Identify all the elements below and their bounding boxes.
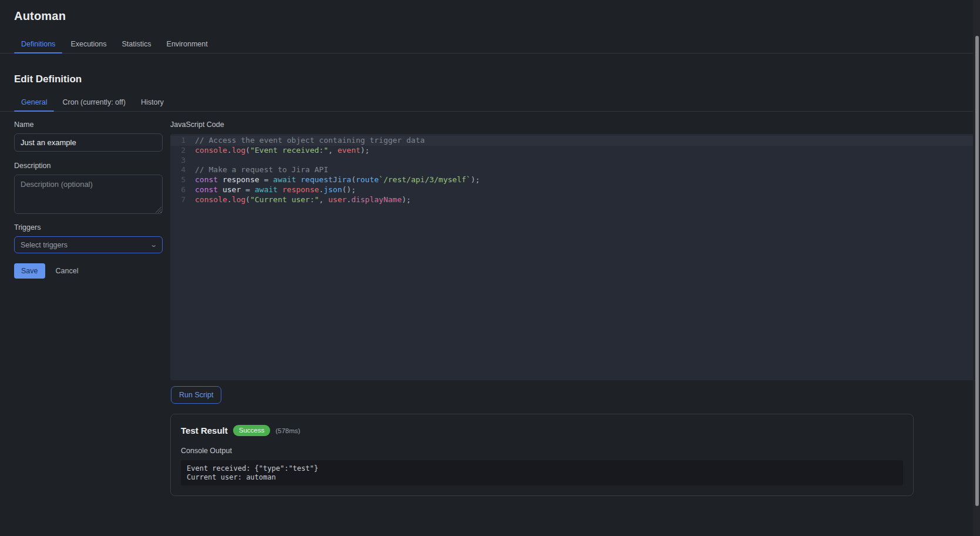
- code-editor[interactable]: 1// Access the event object containing t…: [170, 134, 973, 380]
- main-area: Name Description Triggers Select trigger…: [0, 120, 973, 496]
- description-wrap: [14, 175, 163, 214]
- tab-statistics[interactable]: Statistics: [115, 36, 159, 53]
- code-line: 3: [170, 156, 973, 166]
- code-section: JavaScript Code 1// Access the event obj…: [170, 120, 973, 496]
- triggers-select-value: Select triggers: [21, 241, 68, 249]
- app-title: Automan: [0, 0, 973, 23]
- test-result-header: Test Result Success (578ms): [181, 425, 903, 436]
- name-label: Name: [14, 120, 163, 129]
- scrollbar-thumb[interactable]: [975, 36, 979, 506]
- test-result-panel: Test Result Success (578ms) Console Outp…: [170, 414, 914, 496]
- console-output-label: Console Output: [181, 447, 903, 455]
- test-result-title: Test Result: [181, 426, 228, 436]
- tab-environment[interactable]: Environment: [160, 36, 215, 53]
- form-actions: Save Cancel: [14, 263, 163, 279]
- console-line: Current user: automan: [187, 473, 897, 482]
- tab-cron[interactable]: Cron (currently: off): [55, 95, 132, 111]
- tab-definitions[interactable]: Definitions: [14, 36, 62, 53]
- tab-general[interactable]: General: [14, 95, 54, 111]
- console-output: Event received: {"type":"test"}Current u…: [181, 460, 903, 485]
- code-line: 6const user = await response.json();: [170, 185, 973, 195]
- code-line: 1// Access the event object containing t…: [170, 136, 973, 146]
- page-scrollbar[interactable]: [973, 0, 980, 536]
- name-input[interactable]: [14, 133, 163, 152]
- code-line: 2console.log("Event received:", event);: [170, 146, 973, 156]
- chevron-down-icon: ⌄: [150, 241, 157, 249]
- page-title: Edit Definition: [0, 53, 973, 85]
- tab-executions[interactable]: Executions: [63, 36, 113, 53]
- code-line: 5const response = await requestJira(rout…: [170, 175, 973, 185]
- triggers-label: Triggers: [14, 223, 163, 232]
- code-editor-label: JavaScript Code: [170, 120, 973, 129]
- triggers-select[interactable]: Select triggers ⌄: [14, 236, 163, 253]
- tab-history[interactable]: History: [134, 95, 171, 111]
- console-line: Event received: {"type":"test"}: [187, 464, 897, 473]
- code-line: 4// Make a request to Jira API: [170, 165, 973, 175]
- description-label: Description: [14, 162, 163, 170]
- description-textarea[interactable]: [14, 175, 163, 214]
- status-badge: Success: [233, 425, 270, 436]
- cancel-button[interactable]: Cancel: [56, 267, 79, 275]
- main-tabbar: Definitions Executions Statistics Enviro…: [0, 36, 973, 53]
- duration-text: (578ms): [275, 427, 300, 434]
- page: Automan Definitions Executions Statistic…: [0, 0, 973, 536]
- save-button[interactable]: Save: [14, 263, 45, 279]
- code-line: 7console.log("Current user:", user.displ…: [170, 195, 973, 205]
- definition-form: Name Description Triggers Select trigger…: [14, 120, 163, 496]
- run-script-button[interactable]: Run Script: [171, 386, 221, 404]
- definition-tabbar: General Cron (currently: off) History: [0, 95, 973, 112]
